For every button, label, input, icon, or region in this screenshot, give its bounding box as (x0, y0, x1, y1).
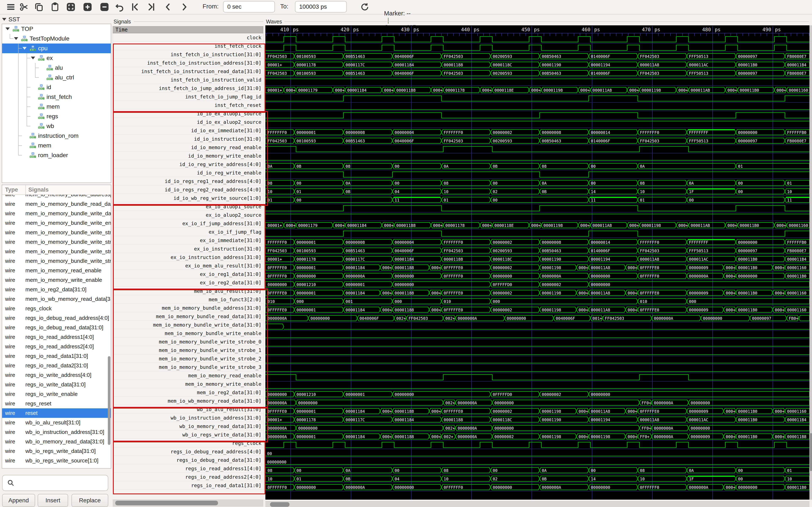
expander-triangle-icon[interactable] (5, 27, 13, 31)
waves-hscrollbar[interactable] (265, 501, 809, 507)
signal-name-id_io_reg_write_enable[interactable]: id_io_reg_write_enable (113, 169, 263, 177)
column-type[interactable]: Type (2, 186, 26, 193)
wire-row-regs_io_read_address2-4-0-[interactable]: wireregs_io_read_address2[4:0] (2, 342, 111, 351)
tree-item-mem[interactable]: mem (2, 141, 111, 151)
signal-name-ex_io_instruction_address-31-0-[interactable]: ex_io_instruction_address[31:0] (113, 253, 263, 262)
wire-row-wb_io_regs_write_source-1-0-[interactable]: wirewb_io_regs_write_source[1:0] (2, 456, 111, 465)
signal-name-mem_io_alu_result-31-0-[interactable]: mem_io_alu_result[31:0] (113, 287, 263, 295)
signal-name-inst_fetch_io_instruction_address-31-0-[interactable]: inst_fetch_io_instruction_address[31:0] (113, 59, 263, 67)
cut-icon[interactable] (19, 2, 30, 12)
zoom-in-icon[interactable] (82, 2, 93, 12)
wire-row-regs_io_write_address-4-0-[interactable]: wireregs_io_write_address[4:0] (2, 370, 111, 380)
signal-name-regs_clock[interactable]: regs_clock (113, 439, 263, 447)
chevron-right-icon[interactable] (179, 2, 190, 12)
tree-item-rom_loader[interactable]: rom_loader (2, 151, 111, 160)
signal-name-wb_io_alu_result-31-0-[interactable]: wb_io_alu_result[31:0] (113, 405, 263, 414)
wire-row-mem_io_memory_bundle_read_data-[interactable]: wiremem_io_memory_bundle_read_data[ (2, 199, 111, 209)
signal-name-wb_io_memory_read_data-31-0-[interactable]: wb_io_memory_read_data[31:0] (113, 422, 263, 431)
wire-row-regs_clock[interactable]: wireregs_clock (2, 304, 111, 313)
signal-name-ex_io_if_jump_flag[interactable]: ex_io_if_jump_flag (113, 228, 263, 236)
signal-name-mem_io_funct3-2-0-[interactable]: mem_io_funct3[2:0] (113, 295, 263, 304)
signal-name-id_io_regs_reg2_read_address-4-0-[interactable]: id_io_regs_reg2_read_address[4:0] (113, 185, 263, 194)
signal-name-mem_io_wb_memory_read_data-31-0-[interactable]: mem_io_wb_memory_read_data[31:0] (113, 397, 263, 405)
signal-name-wb_io_regs_write_data-31-0-[interactable]: wb_io_regs_write_data[31:0] (113, 431, 263, 439)
skip-end-icon[interactable] (146, 2, 156, 12)
wire-row-mem_io_reg2_data-31-0-[interactable]: wiremem_io_reg2_data[31:0] (2, 285, 111, 294)
signal-name-ex_io_aluop2_source[interactable]: ex_io_aluop2_source (113, 211, 263, 219)
append-button[interactable]: Append (2, 494, 35, 507)
signal-name-id_io_wb_reg_write_source-1-0-[interactable]: id_io_wb_reg_write_source[1:0] (113, 194, 263, 203)
expander-triangle-icon[interactable] (22, 47, 30, 50)
signal-name-inst_fetch_clock[interactable]: inst_fetch_clock (113, 42, 263, 50)
column-divider[interactable] (26, 185, 26, 194)
tree-item-cpu[interactable]: cpu (2, 44, 111, 53)
signal-name-regs_io_read_address2-4-0-[interactable]: regs_io_read_address2[4:0] (113, 473, 263, 481)
table-vertical-scrollbar[interactable] (108, 356, 110, 445)
wire-row-mem_io_memory_bundle_write_data[interactable]: wiremem_io_memory_bundle_write_data (2, 209, 111, 218)
wire-row-mem_io_memory_bundle_write_strob[interactable]: wiremem_io_memory_bundle_write_strob (2, 256, 111, 266)
copy-icon[interactable] (34, 2, 44, 12)
undo-icon[interactable] (114, 2, 125, 12)
signal-name-ex_io_mem_alu_result-31-0-[interactable]: ex_io_mem_alu_result[31:0] (113, 262, 263, 270)
signal-name-regs_io_read_address1-4-0-[interactable]: regs_io_read_address1[4:0] (113, 464, 263, 473)
wave-display[interactable]: 410ps420ps430ps440ps450ps460ps470ps480ps… (265, 25, 809, 500)
chevron-left-icon[interactable] (163, 2, 173, 12)
signal-name-id_io_instruction-31-0-[interactable]: id_io_instruction[31:0] (113, 135, 263, 143)
signal-name-mem_io_memory_bundle_write_strobe_3[interactable]: mem_io_memory_bundle_write_strobe_3 (113, 363, 263, 372)
insert-button[interactable]: Insert (38, 494, 68, 507)
replace-button[interactable]: Replace (71, 494, 108, 507)
wire-row-reset[interactable]: wirereset (2, 408, 111, 418)
signal-name-ex_io_if_jump_address-31-0-[interactable]: ex_io_if_jump_address[31:0] (113, 219, 263, 228)
expander-triangle-icon[interactable] (14, 37, 21, 40)
signal-name-inst_fetch_io_instruction_valid[interactable]: inst_fetch_io_instruction_valid (113, 76, 263, 84)
menu-icon[interactable] (5, 2, 16, 12)
wire-row-regs_io_write_data-31-0-[interactable]: wireregs_io_write_data[31:0] (2, 380, 111, 389)
signal-name-id_io_ex_immediate-31-0-[interactable]: id_io_ex_immediate[31:0] (113, 126, 263, 135)
tree-item-ex[interactable]: ex (2, 53, 111, 63)
signal-name-mem_io_memory_bundle_write_strobe_1[interactable]: mem_io_memory_bundle_write_strobe_1 (113, 346, 263, 354)
waves-hscrollbar-thumb[interactable] (270, 502, 290, 507)
tree-item-instruction_rom[interactable]: instruction_rom (2, 131, 111, 141)
wire-row-mem_io_memory_bundle_write_strob[interactable]: wiremem_io_memory_bundle_write_strob (2, 228, 111, 237)
wire-row-wb_io_memory_read_data-31-0-[interactable]: wirewb_io_memory_read_data[31:0] (2, 437, 111, 446)
signal-name-mem_io_memory_bundle_write_strobe_2[interactable]: mem_io_memory_bundle_write_strobe_2 (113, 354, 263, 363)
wire-row-wb_io_regs_write_data-31-0-[interactable]: wirewb_io_regs_write_data[31:0] (2, 446, 111, 456)
signal-name-id_io_memory_read_enable[interactable]: id_io_memory_read_enable (113, 143, 263, 152)
zoom-out-icon[interactable] (99, 2, 110, 12)
wire-row-regs_io_read_data2-31-0-[interactable]: wireregs_io_read_data2[31:0] (2, 361, 111, 370)
expander-triangle-icon[interactable] (31, 57, 38, 60)
signal-name-inst_fetch_io_instruction-31-0-[interactable]: inst_fetch_io_instruction[31:0] (113, 50, 263, 59)
wire-row-regs_io_read_data1-31-0-[interactable]: wireregs_io_read_data1[31:0] (2, 351, 111, 361)
time-header[interactable]: Time (113, 26, 263, 34)
zoom-fit-icon[interactable] (65, 2, 76, 12)
signal-name-inst_fetch_reset[interactable]: inst_fetch_reset (113, 101, 263, 109)
wire-row-regs_io_write_enable[interactable]: wireregs_io_write_enable (2, 389, 111, 399)
waves-vscrollbar-thumb[interactable] (810, 433, 812, 471)
signal-name-id_io_ex_aluop2_source[interactable]: id_io_ex_aluop2_source (113, 118, 263, 126)
wire-row-mem_io_memory_read_enable[interactable]: wiremem_io_memory_read_enable (2, 266, 111, 275)
wire-row-mem_io_memory_bundle_address-31-0-[interactable]: wiremem_io_memory_bundle_address[31:0] (2, 195, 111, 199)
wire-row-wb_io_alu_result-31-0-[interactable]: wirewb_io_alu_result[31:0] (2, 418, 111, 427)
wire-row-mem_io_memory_bundle_write_enab[interactable]: wiremem_io_memory_bundle_write_enab (2, 218, 111, 228)
wire-row-mem_io_memory_write_enable[interactable]: wiremem_io_memory_write_enable (2, 275, 111, 285)
signal-name-inst_fetch_io_jump_address_id-31-0-[interactable]: inst_fetch_io_jump_address_id[31:0] (113, 84, 263, 93)
signal-name-mem_io_memory_write_enable[interactable]: mem_io_memory_write_enable (113, 380, 263, 388)
signal-name-mem_io_memory_bundle_read_data-31-0-[interactable]: mem_io_memory_bundle_read_data[31:0] (113, 312, 263, 321)
wire-row-mem_io_wb_memory_read_data-31-0[interactable]: wiremem_io_wb_memory_read_data[31:0 (2, 294, 111, 304)
search-input[interactable] (2, 475, 108, 491)
wire-row-regs_io_debug_read_address-4-0-[interactable]: wireregs_io_debug_read_address[4:0] (2, 313, 111, 323)
signal-name-id_io_ex_aluop1_source[interactable]: id_io_ex_aluop1_source (113, 109, 263, 118)
signal-name-ex_io_aluop1_source[interactable]: ex_io_aluop1_source (113, 203, 263, 211)
signal-name-ex_io_instruction-31-0-[interactable]: ex_io_instruction[31:0] (113, 245, 263, 253)
signal-name-mem_io_memory_read_enable[interactable]: mem_io_memory_read_enable (113, 372, 263, 380)
tree-item-inst_fetch[interactable]: inst_fetch (2, 92, 111, 102)
signal-name-mem_io_memory_bundle_address-31-0-[interactable]: mem_io_memory_bundle_address[31:0] (113, 304, 263, 312)
signal-name-ex_io_reg1_data-31-0-[interactable]: ex_io_reg1_data[31:0] (113, 270, 263, 278)
signal-name-regs_io_read_data1-31-0-[interactable]: regs_io_read_data1[31:0] (113, 481, 263, 490)
tree-item-mem[interactable]: mem (2, 102, 111, 112)
tree-item-alu[interactable]: alu (2, 63, 111, 73)
signal-name-id_io_reg_write_address-4-0-[interactable]: id_io_reg_write_address[4:0] (113, 160, 263, 169)
paste-icon[interactable] (50, 2, 60, 12)
tree-item-id[interactable]: id (2, 82, 111, 92)
signal-name-ex_io_immediate-31-0-[interactable]: ex_io_immediate[31:0] (113, 236, 263, 245)
